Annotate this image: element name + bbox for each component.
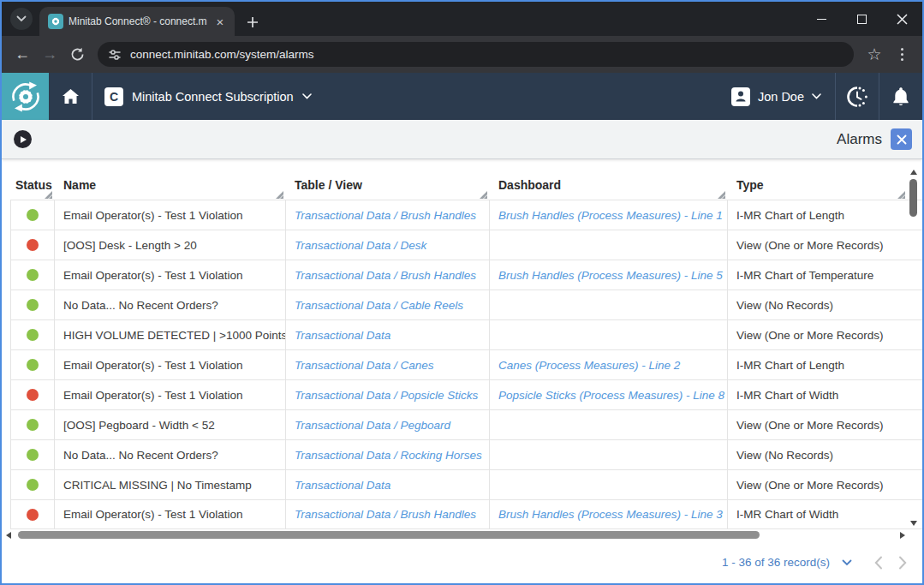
table-row[interactable]: Email Operator(s) - Test 1 Violation Tra… [10, 379, 922, 409]
table-view-link[interactable]: Transactional Data / Popsicle Sticks [286, 380, 490, 409]
dashboard-link[interactable] [490, 230, 728, 260]
table-row[interactable]: No Data... No Recent Orders? Transaction… [10, 290, 922, 319]
close-panel-button[interactable] [891, 128, 912, 150]
pagination-footer: 1 - 36 of 36 record(s) [2, 541, 922, 583]
dashboard-link[interactable]: Brush Handles (Process Measures) - Line … [490, 260, 728, 290]
status-cell [10, 350, 55, 379]
horizontal-scrollbar[interactable] [2, 529, 922, 541]
table-row[interactable]: [OOS] Pegboard - Width < 52 Transactiona… [10, 409, 922, 439]
table-row[interactable]: CRITICAL MISSING | No Timestamp Transact… [10, 469, 922, 499]
bookmark-button[interactable]: ☆ [861, 41, 888, 69]
dashboard-link[interactable] [490, 440, 728, 469]
table-view-link[interactable]: Transactional Data / Brush Handles [286, 500, 490, 528]
dashboard-link[interactable] [490, 470, 728, 499]
column-resize-handle[interactable] [718, 191, 725, 199]
dashboard-link[interactable] [490, 290, 728, 319]
table-view-link[interactable]: Transactional Data [286, 320, 490, 349]
dashboard-link[interactable]: Popsicle Sticks (Process Measures) - Lin… [490, 380, 728, 409]
alarm-name: No Data... No Recent Orders? [55, 290, 286, 319]
column-header-type[interactable]: Type [728, 178, 908, 200]
dashboard-link[interactable]: Brush Handles (Process Measures) - Line … [490, 200, 728, 230]
table-view-link[interactable]: Transactional Data / Brush Handles [286, 200, 490, 230]
table-view-link[interactable]: Transactional Data / Desk [286, 230, 490, 260]
alarm-type: View (No Records) [728, 440, 908, 469]
column-resize-handle[interactable] [45, 191, 52, 199]
recent-activity-button[interactable] [836, 73, 879, 120]
minimize-button[interactable] [802, 2, 842, 36]
home-button[interactable] [49, 73, 92, 120]
browser-menu-button[interactable] [888, 41, 915, 69]
person-icon [735, 90, 747, 103]
table-row[interactable]: No Data... No Recent Orders? Transaction… [10, 439, 922, 469]
table-view-link[interactable]: Transactional Data [286, 470, 490, 499]
column-header-name[interactable]: Name [55, 178, 286, 200]
table-row[interactable]: Email Operator(s) - Test 1 Violation Tra… [10, 260, 922, 290]
table-row[interactable]: HIGH VOLUME DETECTED | >1000 Points Tran… [10, 319, 922, 349]
run-button[interactable] [14, 130, 32, 148]
dashboard-link[interactable]: Brush Handles (Process Measures) - Line … [490, 500, 728, 528]
reload-icon [70, 47, 85, 62]
user-menu[interactable]: Jon Doe [718, 73, 835, 120]
table-view-link[interactable]: Transactional Data / Cable Reels [286, 290, 490, 319]
tab-close-icon[interactable]: × [212, 14, 228, 29]
dashboard-link[interactable] [490, 320, 728, 349]
scroll-left-icon[interactable] [6, 532, 11, 539]
tab-search-button[interactable] [10, 8, 33, 30]
back-button[interactable]: ← [9, 41, 36, 69]
table-row[interactable]: [OOS] Desk - Length > 20 Transactional D… [10, 230, 922, 260]
status-cell [10, 290, 55, 319]
reload-button[interactable] [63, 41, 91, 69]
alarm-type: I-MR Chart of Width [728, 380, 908, 409]
browser-toolbar: ← → connect.minitab.com/system/alarms ☆ [2, 36, 922, 73]
next-page-button[interactable] [898, 556, 907, 570]
close-window-button[interactable] [882, 2, 922, 36]
dashboard-link[interactable]: Canes (Process Measures) - Line 2 [490, 350, 728, 379]
records-dropdown-button[interactable] [842, 559, 852, 566]
table-view-link[interactable]: Transactional Data / Brush Handles [286, 260, 490, 290]
url-bar[interactable]: connect.minitab.com/system/alarms [98, 42, 854, 67]
url-text[interactable]: connect.minitab.com/system/alarms [130, 48, 314, 61]
maximize-button[interactable] [842, 2, 882, 36]
site-info-icon[interactable] [108, 48, 122, 62]
scroll-right-icon[interactable] [900, 532, 905, 539]
column-resize-handle[interactable] [897, 191, 905, 199]
column-header-dashboard[interactable]: Dashboard [490, 178, 728, 200]
column-resize-handle[interactable] [480, 191, 487, 199]
forward-button[interactable]: → [36, 41, 63, 69]
previous-page-button[interactable] [874, 556, 883, 570]
vertical-scroll-thumb[interactable] [909, 179, 917, 217]
table-row[interactable]: Email Operator(s) - Test 1 Violation Tra… [10, 499, 922, 529]
table-body: Email Operator(s) - Test 1 Violation Tra… [2, 200, 922, 529]
scroll-down-icon[interactable] [910, 521, 917, 526]
table-view-link[interactable]: Transactional Data / Canes [286, 350, 490, 379]
browser-tab-strip: Minitab Connect® - connect.mi × [2, 2, 922, 36]
table-view-link[interactable]: Transactional Data / Rocking Horses [286, 440, 490, 469]
status-cell [10, 200, 55, 230]
table-view-link[interactable]: Transactional Data / Pegboard [286, 410, 490, 439]
alarm-name: CRITICAL MISSING | No Timestamp [55, 470, 286, 499]
column-header-table-view[interactable]: Table / View [286, 178, 490, 200]
dashboard-link[interactable] [490, 410, 728, 439]
minitab-connect-logo[interactable] [2, 73, 49, 120]
status-indicator [27, 359, 39, 371]
browser-tab[interactable]: Minitab Connect® - connect.mi × [39, 7, 235, 36]
chevron-down-icon [812, 93, 821, 99]
table-row[interactable]: Email Operator(s) - Test 1 Violation Tra… [10, 349, 922, 379]
forward-arrow-icon: → [42, 45, 57, 63]
back-arrow-icon: ← [15, 45, 30, 63]
alarm-type: I-MR Chart of Temperature [728, 260, 908, 290]
table-row[interactable]: Email Operator(s) - Test 1 Violation Tra… [10, 200, 922, 230]
status-cell [10, 320, 55, 349]
navbar-right: Jon Doe [718, 73, 922, 120]
subscription-selector[interactable]: C Minitab Connect Subscription [92, 73, 324, 120]
vertical-scrollbar[interactable] [907, 170, 920, 526]
column-resize-handle[interactable] [276, 191, 283, 199]
new-tab-button[interactable] [247, 16, 259, 28]
column-header-status[interactable]: Status [10, 178, 55, 200]
alarm-type: View (One or More Records) [728, 320, 908, 349]
horizontal-scroll-thumb[interactable] [18, 531, 760, 539]
records-count-dropdown[interactable]: 1 - 36 of 36 record(s) [722, 556, 830, 569]
scroll-up-icon[interactable] [910, 170, 917, 175]
status-indicator [27, 209, 39, 221]
notifications-button[interactable] [879, 73, 922, 120]
